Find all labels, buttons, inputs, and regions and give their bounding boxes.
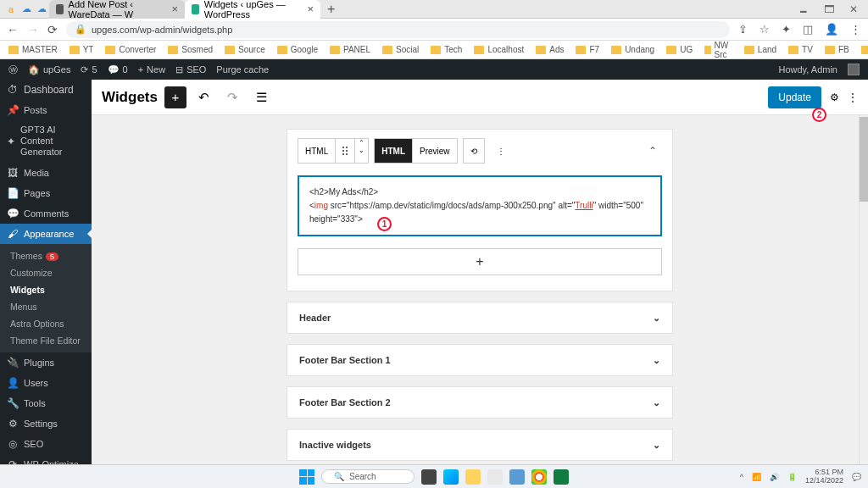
section-header[interactable]: Header⌄ (287, 302, 673, 334)
close-icon[interactable]: × (307, 3, 314, 15)
preview-mode-button[interactable]: Preview (413, 139, 457, 163)
html-mode-button[interactable]: HTML (375, 139, 413, 163)
drag-handle[interactable] (336, 139, 355, 163)
sidebar-item-seo[interactable]: ◎SEO (0, 434, 92, 454)
share-icon[interactable]: ⇪ (738, 23, 748, 36)
avatar[interactable] (848, 64, 860, 75)
close-icon[interactable]: × (171, 3, 178, 15)
move-arrows[interactable]: ⌃⌄ (355, 139, 368, 163)
bookmark-item[interactable]: Land (744, 45, 776, 54)
profile-icon[interactable]: 👤 (825, 23, 838, 36)
bookmark-item[interactable]: Localhost (474, 45, 524, 54)
new-content[interactable]: + New (138, 64, 165, 75)
html-code-editor[interactable]: <h2>My Ads</h2> <img src="https://amp.de… (298, 175, 662, 236)
browser-tab-active[interactable]: Widgets ‹ upGes — WordPress × (185, 0, 320, 19)
bookmark-item[interactable]: MASTER (8, 45, 58, 54)
browser-tab[interactable]: Add New Post ‹ WareData — W × (49, 0, 185, 19)
submenu-astra[interactable]: Astra Options (0, 315, 92, 332)
add-block-button[interactable]: + (164, 86, 186, 108)
app-icon: ☁ (34, 2, 49, 17)
gear-icon[interactable]: ⚙ (830, 92, 839, 103)
bookmark-item[interactable]: FB (825, 45, 849, 54)
seo-menu[interactable]: ⊟ SEO (175, 64, 206, 75)
sidebar-item-tools[interactable]: 🔧Tools (0, 393, 92, 413)
volume-icon[interactable]: 🔊 (770, 473, 779, 481)
update-button[interactable]: Update 2 (768, 86, 821, 108)
taskbar-app[interactable] (509, 469, 525, 485)
undo-button[interactable]: ↶ (193, 86, 215, 108)
sidebar-item-posts[interactable]: 📌Posts (0, 100, 92, 120)
bookmark-item[interactable]: Undang (611, 45, 654, 54)
extension-icon[interactable]: ✦ (782, 23, 791, 36)
taskbar-excel[interactable] (554, 469, 569, 485)
add-block-inline[interactable]: + (298, 248, 662, 275)
block-type-label[interactable]: HTML (298, 139, 336, 163)
bookmark-item[interactable]: Ads (536, 45, 564, 54)
wp-logo[interactable]: ⓦ (8, 64, 18, 76)
list-view-button[interactable]: ☰ (251, 86, 273, 108)
taskbar-app[interactable] (487, 469, 503, 485)
sidebar-item-comments[interactable]: 💬Comments (0, 203, 92, 224)
submenu-widgets[interactable]: Widgets (0, 281, 92, 298)
bookmark-item[interactable]: Gov (861, 45, 868, 54)
bookmark-item[interactable]: Tech (431, 45, 462, 54)
more-icon[interactable]: ⋮ (848, 92, 858, 103)
window-icon[interactable]: ◫ (803, 23, 813, 36)
sidebar-item-dashboard[interactable]: ⏱Dashboard (0, 80, 92, 100)
bookmark-item[interactable]: Sosmed (168, 45, 213, 54)
menu-icon[interactable]: ⋮ (850, 23, 861, 36)
bookmark-item[interactable]: Source (225, 45, 265, 54)
taskbar-edge[interactable] (443, 469, 459, 485)
maximize-icon[interactable]: 🗖 (824, 3, 834, 15)
bookmark-item[interactable]: Social (382, 45, 419, 54)
tray-chevron-icon[interactable]: ^ (740, 473, 743, 481)
section-footer1[interactable]: Footer Bar Section 1⌄ (287, 344, 673, 376)
sidebar-item-appearance[interactable]: 🖌Appearance (0, 224, 92, 244)
taskbar-app[interactable] (421, 469, 437, 485)
address-bar[interactable]: 🔒 upges.com/wp-admin/widgets.php (66, 21, 730, 38)
updates-count[interactable]: ⟳ 5 (81, 64, 97, 75)
sidebar-item-users[interactable]: 👤Users (0, 373, 92, 393)
new-tab-button[interactable]: + (320, 2, 342, 17)
sidebar-item-plugins[interactable]: 🔌Plugins (0, 352, 92, 373)
bookmark-item[interactable]: YT (70, 45, 94, 54)
star-icon[interactable]: ☆ (760, 23, 770, 36)
submenu-customize[interactable]: Customize (0, 264, 92, 281)
minimize-icon[interactable]: 🗕 (798, 3, 809, 15)
wifi-icon[interactable]: 📶 (752, 473, 761, 481)
bookmark-item[interactable]: PANEL (330, 45, 370, 54)
bookmark-item[interactable]: Converter (105, 45, 156, 54)
section-inactive[interactable]: Inactive widgets⌄ (287, 429, 673, 461)
sidebar-item-settings[interactable]: ⚙Settings (0, 413, 92, 434)
notifications-icon[interactable]: 💬 (852, 473, 861, 481)
sidebar-item-media[interactable]: 🖼Media (0, 163, 92, 183)
back-icon[interactable]: ← (7, 23, 19, 36)
taskbar-clock[interactable]: 6:51 PM 12/14/2022 (805, 469, 843, 485)
section-footer2[interactable]: Footer Bar Section 2⌄ (287, 386, 673, 419)
bookmark-item[interactable]: Google (277, 45, 318, 54)
howdy-user[interactable]: Howdy, Admin (779, 64, 838, 75)
chevron-up-icon[interactable]: ⌃ (643, 145, 662, 157)
taskbar-explorer[interactable] (465, 469, 481, 485)
start-button[interactable] (299, 469, 314, 485)
reload-icon[interactable]: ⟳ (47, 23, 58, 36)
bookmark-item[interactable]: UG (666, 45, 693, 54)
bookmark-item[interactable]: NW Src (704, 41, 732, 59)
submenu-menus[interactable]: Menus (0, 298, 92, 315)
convert-icon[interactable]: ⟲ (464, 139, 484, 163)
bookmark-item[interactable]: TV (788, 45, 813, 54)
taskbar-chrome[interactable] (531, 469, 547, 485)
purge-cache[interactable]: Purge cache (216, 64, 269, 75)
bookmark-item[interactable]: F7 (576, 45, 599, 54)
sidebar-item-gpt3[interactable]: ✦GPT3 AI Content Generator (0, 120, 92, 163)
scrollbar[interactable] (859, 115, 868, 471)
taskbar-search[interactable]: 🔍 Search (321, 469, 415, 484)
close-icon[interactable]: ✕ (849, 3, 858, 15)
site-name[interactable]: 🏠 upGes (28, 64, 70, 75)
submenu-theme-editor[interactable]: Theme File Editor (0, 332, 92, 349)
sidebar-item-pages[interactable]: 📄Pages (0, 183, 92, 203)
battery-icon[interactable]: 🔋 (787, 473, 797, 481)
block-more-icon[interactable]: ⋮ (490, 138, 512, 164)
submenu-themes[interactable]: Themes5 (0, 247, 92, 264)
comments-count[interactable]: 💬 0 (108, 64, 128, 75)
